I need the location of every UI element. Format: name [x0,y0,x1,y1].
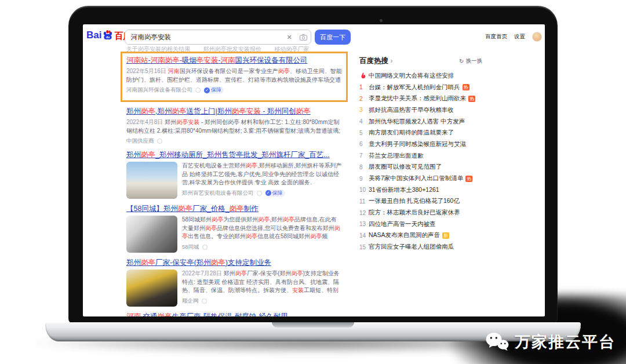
hot-rank: 12 [359,210,369,216]
related-chip[interactable]: 关于岗亭安装的相关结果 [126,46,190,52]
source-name[interactable]: 顺企网 [182,297,199,305]
result-source: 58同城 [182,243,342,251]
source-name[interactable]: 中国供应商 [126,137,154,145]
settings-link[interactable]: 设置 [514,33,525,41]
related-search-chips[interactable]: 关于岗亭安装的相关结果 郑州岗亭批发安装报价 移动岗亭厂家 [126,45,342,52]
hot-search-item[interactable]: 10 31省份新增本土380+1261 [359,184,482,196]
hot-search-item[interactable]: 11 一张最丑自拍 扎克伯格花了160亿 [359,196,482,208]
result-title[interactable]: 【58同城】郑州岗亭厂家_价格_岗亭制作 [126,204,342,214]
hot-search-item[interactable]: 6 意大利男子同时感染猴痘新冠与艾滋 [359,139,482,150]
results-column: 河南站-河南岗亭-吸烟亭安装-河南国兴环保设备有限公司 2022年5月16日 河… [126,53,342,316]
highlight-box: 河南站-河南岗亭-吸烟亭安装-河南国兴环保设备有限公司 2022年5月16日 河… [121,52,348,102]
hot-rank: 15 [359,244,369,250]
search-input[interactable]: 河南岗亭安装 [125,33,283,42]
hot-text: 31省份新增本土380+1261 [369,186,439,194]
hot-search-item[interactable]: 3 抓好抗高温热害干旱夺秋粮丰收 [359,104,482,116]
hot-text: 一张最丑自拍 扎克伯格花了160亿 [369,197,460,205]
hot-rank: 2 [359,96,369,102]
source-menu-icon[interactable] [157,139,162,144]
source-menu-icon[interactable] [202,299,207,304]
verified-badge: ✓保障 [203,86,224,94]
hot-search-title[interactable]: 百度热搜 › [359,56,392,66]
hot-search-item[interactable]: 1 台媒：解放军无人机拍到金门哨兵 热 [359,82,482,93]
search-result-4: 【58同城】郑州岗亭厂家_价格_岗亭制作 58同城郑州岗亭为您提供郑州岗亭,郑州… [126,204,342,253]
hot-search-item[interactable]: 12 院方：林志颖术后良好已返家休养 [359,207,482,219]
result-title[interactable]: 河南站-河南岗亭-吸烟亭安装-河南国兴环保设备有限公司 [126,56,342,65]
hot-badge: 热 [465,176,472,182]
result-title[interactable]: 郑州岗亭,郑州岗亭送货上门|郑州岗亭安装 - 郑州同创岗亭 [126,107,342,117]
search-result-5: 郑州岗亭厂家-保安亭(郑州岗亭)支持定制业务 2022年7月28日 郑州岗亭厂家… [126,258,342,307]
result-title[interactable]: 河南 交通岗亭生产厂商-隔热保温-耐腐蚀-经久耐用 [126,312,342,316]
source-name[interactable]: 58同城 [182,243,199,251]
laptop-mockup: Bai du 百度 河南岗亭安装 ✕ 百度一下 [0,0,626,364]
result-title[interactable]: 郑州岗亭_郑州移动厕所_郑州售货亭批发_郑州旗杆厂家_百艺... [126,150,342,160]
source-menu-icon[interactable] [202,245,208,250]
hot-text: 意大利男子同时感染猴痘新冠与艾滋 [369,140,466,148]
hot-search-item[interactable]: 15 官方回应女子曝老人组团偷南瓜 [359,241,482,253]
refresh-button[interactable]: ↻换一换 [459,57,482,65]
flame-icon [359,72,369,79]
result-title[interactable]: 郑州岗亭厂家-保安亭(郑州岗亭)支持定制业务 [126,258,342,268]
result-source: 顺企网 [182,297,342,305]
result-source: 郑州百艺安机电设备有限公司 ✓保障 [182,190,342,197]
watermark-text: 万家推云平台 [515,332,616,352]
hot-rank: 7 [359,152,369,159]
baidu-logo-bai: Bai [86,30,101,41]
hot-text: 朋友圈可以修改可见范围了 [369,163,442,171]
search-button[interactable]: 百度一下 [315,30,351,45]
hot-rank: 5 [359,130,369,136]
hot-rank: 13 [359,221,369,227]
clear-icon[interactable]: ✕ [283,34,296,41]
search-result-1: 河南站-河南岗亭-吸烟亭安装-河南国兴环保设备有限公司 2022年5月16日 河… [126,56,342,94]
hot-text: 南方朋友们期待的降温就要来了 [369,129,454,137]
hot-text: 美将7家中国实体列入出口管制清单 [369,174,463,183]
hot-search-item[interactable]: 13 四位地产高管一天内被查 [359,219,482,230]
hot-text: 官方回应女子曝老人组团偷南瓜 [369,243,454,251]
hot-text: NASA发布来自黑洞的声音 [369,231,440,239]
source-name[interactable]: 河南国兴环保设备有限公司 [126,86,192,94]
related-chip[interactable]: 移动岗亭厂家 [275,46,310,52]
result-snippet: 2022年5月16日 河南国兴环保设备有限公司是一家专业生产岗亭、移动卫生间、智… [126,67,342,84]
hot-search-item[interactable]: 5 南方朋友们期待的降温就要来了 [359,127,482,139]
hot-text: 台媒：解放军无人机拍到金门哨兵 [369,83,460,92]
hot-rank: 8 [359,164,369,170]
browser-screen: Bai du 百度 河南岗亭安装 ✕ 百度一下 [83,24,545,316]
hot-text: 中国网络文明大会将有这些安排 [369,72,454,80]
hot-search-item[interactable]: 9 美将7家中国实体列入出口管制清单 热 [359,173,482,184]
home-link[interactable]: 百度首页 [485,33,507,41]
source-menu-icon[interactable] [195,88,201,93]
hot-badge: 热 [463,84,470,90]
result-snippet: 百艺安机电设备主营郑州岗亭,郑州移动厕所,郑州旗杆等系列产品 始终坚持工艺领先,… [182,162,342,187]
laptop-notch [272,322,354,327]
hot-search-item[interactable]: 8 朋友圈可以修改可见范围了 [359,162,482,173]
search-result-6: 河南 交通岗亭生产厂商-隔热保温-耐腐蚀-经久耐用 专业生产交通岗亭生产-<售楼… [126,312,342,316]
result-thumbnail[interactable] [126,270,177,307]
hot-search-item[interactable]: 4 加州仇华犯罪频发2人遇害 中方发声 [359,116,482,128]
related-chip[interactable]: 郑州岗亭批发安装报价 [203,46,261,52]
hot-search-item[interactable]: 7 芬兰女总理出面道歉 [359,150,482,162]
webcam-dot [380,19,383,22]
check-icon: ✓ [265,190,271,196]
hot-search-item[interactable]: 中国网络文明大会将有这些安排 [359,70,482,82]
hot-rank: 14 [359,232,369,239]
hot-rank: 10 [359,187,369,193]
result-source: 河南国兴环保设备有限公司 ✓保障 [126,86,342,94]
hot-search-item[interactable]: 14 NASA发布来自黑洞的声音 新 [359,230,482,242]
result-thumbnail[interactable] [126,162,177,199]
result-thumbnail[interactable] [126,216,177,253]
hot-search-item[interactable]: 2 李显龙忧中美关系：感觉到山雨欲来 热 [359,93,482,104]
hot-text: 芬兰女总理出面道歉 [369,152,424,160]
source-name[interactable]: 郑州百艺安机电设备有限公司 [182,190,254,197]
search-box[interactable]: 河南岗亭安装 ✕ [125,30,311,45]
hot-text: 抓好抗高温热害干旱夺秋粮丰收 [369,106,454,114]
hot-rank: 1 [359,84,369,90]
check-icon: ✓ [204,88,210,93]
wechat-icon [485,332,509,352]
verified-badge: ✓保障 [265,190,285,197]
result-source: 中国供应商 [126,137,342,145]
avatar[interactable] [532,32,542,42]
hot-badge: 热 [468,96,475,102]
result-snippet: 58同城郑州岗亭为您提供郑州岗亭,郑州岗亭品牌信息,在此有大量郑州岗亭品牌信息供… [182,216,342,241]
camera-icon[interactable] [296,34,311,41]
source-menu-icon[interactable] [257,191,262,196]
